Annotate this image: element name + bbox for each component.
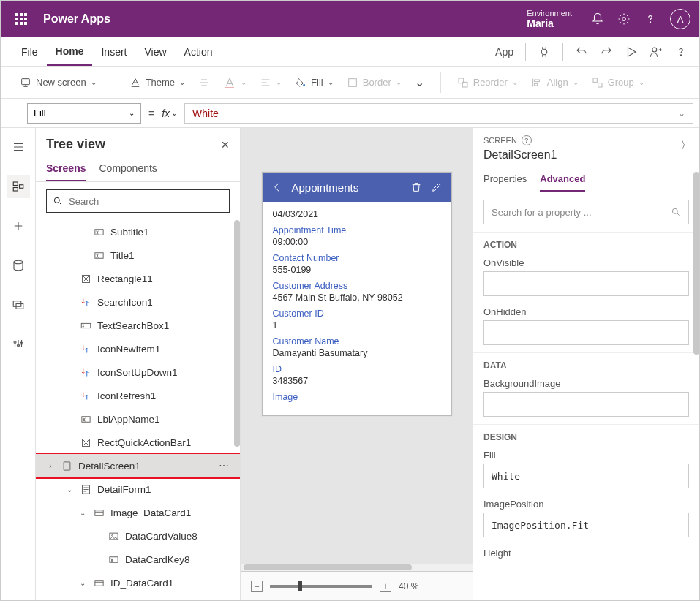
more-icon[interactable]: ⋯ [219,460,230,472]
property-dropdown[interactable]: Fill⌄ [27,103,141,124]
expand-ribbon-button[interactable]: ⌄ [410,72,429,92]
redo-icon[interactable] [600,45,613,58]
fill-button[interactable]: Fill⌄ [290,74,338,91]
avatar[interactable]: A [670,9,690,29]
media-icon[interactable] [7,293,30,317]
svg-rect-35 [94,510,102,515]
environment-switcher[interactable]: Environment Maria [508,9,584,29]
phone-preview[interactable]: Appointments 04/03/2021 Appointment Time… [262,172,452,416]
expand-formula-icon[interactable]: ⌄ [678,108,685,118]
detail-value: 555-0199 [273,265,441,275]
tree-item-datacardvalue7[interactable]: DataCardValue7 [36,594,240,600]
new-screen-button[interactable]: New screen⌄ [15,74,101,91]
app-title: Power Apps [43,12,110,26]
tree-item-datacardkey8[interactable]: DataCardKey8 [36,548,240,571]
tree-item-label: LblAppName1 [97,414,160,425]
trash-icon[interactable] [410,181,422,193]
tree-item-rectquickactionbar1[interactable]: RectQuickActionBar1 [36,431,240,454]
border-button: Border⌄ [342,74,406,91]
app-checker-icon[interactable] [538,45,551,58]
tree-item-searchicon1[interactable]: SearchIcon1 [36,290,240,314]
horizontal-scrollbar[interactable] [241,564,473,571]
tree-item-label: DetailForm1 [97,484,151,495]
close-icon[interactable]: ✕ [221,139,230,151]
menu-action[interactable]: Action [176,37,222,66]
gear-icon[interactable] [617,12,631,26]
sort-icon [80,296,91,308]
fx-button[interactable]: fx⌄ [162,107,177,119]
tree-search-input[interactable] [69,196,223,207]
height-label: Height [483,548,689,559]
canvas-area: Appointments 04/03/2021 Appointment Time… [241,128,473,600]
help-icon[interactable] [644,12,657,26]
menu-app[interactable]: App [495,46,513,58]
property-search[interactable]: Search for a property ... [483,200,689,224]
align-button: ⌄ [255,74,286,91]
tree-item-iconsortupdown1[interactable]: IconSortUpDown1 [36,360,240,384]
tree-item-id_datacard1[interactable]: ⌄ID_DataCard1 [36,571,240,594]
zoom-slider[interactable] [270,585,372,588]
tools-icon[interactable] [7,333,30,356]
tree-item-rectangle11[interactable]: Rectangle11 [36,267,240,290]
edit-icon[interactable] [431,181,443,193]
scrollbar[interactable] [234,220,240,447]
zoom-in-button[interactable]: + [380,581,391,592]
group-button: Group⌄ [587,74,649,91]
phone-body: 04/03/2021 Appointment Time09:00:00Conta… [263,202,451,415]
share-icon[interactable] [650,45,663,58]
section-design: DESIGN [473,424,699,447]
chevron-right-icon[interactable]: 〉 [680,138,692,154]
undo-icon[interactable] [575,45,588,58]
tree-item-title1[interactable]: Title1 [36,243,240,267]
svg-rect-18 [13,188,18,192]
tree-item-detailform1[interactable]: ⌄DetailForm1 [36,477,240,501]
tree-item-subtitle1[interactable]: Subtitle1 [36,220,240,243]
backgroundimage-input[interactable] [483,392,689,417]
divider [525,43,526,61]
tree-item-datacardvalue8[interactable]: DataCardValue8 [36,524,240,548]
align-objects-button: Align⌄ [527,74,583,91]
menu-help-icon[interactable] [674,45,688,58]
play-icon[interactable] [625,45,638,58]
tree-item-textsearchbox1[interactable]: TextSearchBox1 [36,314,240,337]
tab-advanced[interactable]: Advanced [540,167,585,192]
imageposition-input[interactable]: ImagePosition.Fit [483,513,689,537]
tab-components[interactable]: Components [99,156,157,181]
tree-view-icon[interactable] [7,175,30,198]
tree-item-iconnewitem1[interactable]: IconNewItem1 [36,337,240,360]
tab-properties[interactable]: Properties [483,167,527,192]
tree-item-lblappname1[interactable]: LblAppName1 [36,407,240,431]
svg-point-4 [541,49,547,55]
label-icon [80,413,91,425]
onvisible-input[interactable] [483,271,689,296]
insert-icon[interactable] [7,214,30,238]
hamburger-icon[interactable] [7,135,30,159]
svg-rect-16 [598,83,601,86]
onhidden-input[interactable] [483,320,689,345]
svg-rect-10 [348,78,356,86]
svg-rect-13 [534,80,539,82]
form-icon [80,483,91,495]
menu-view[interactable]: View [135,37,175,66]
tree-item-label: IconNewItem1 [97,344,160,355]
formula-input[interactable]: White ⌄ [184,103,693,124]
help-icon[interactable]: ? [522,135,532,145]
menu-insert[interactable]: Insert [92,37,135,66]
tree-search[interactable] [46,189,230,213]
bell-icon[interactable] [591,12,604,26]
svg-rect-17 [13,182,18,186]
waffle-icon[interactable] [10,7,33,31]
tree-item-detailscreen1[interactable]: ›DetailScreen1⋯ [36,454,240,477]
tree-item-iconrefresh1[interactable]: IconRefresh1 [36,384,240,407]
tab-screens[interactable]: Screens [46,156,86,181]
zoom-out-button[interactable]: − [251,581,263,592]
fill-input[interactable]: White [483,464,689,488]
back-icon[interactable] [271,181,283,193]
menu-file[interactable]: File [12,37,47,66]
scrollbar[interactable] [693,172,699,355]
tree-item-image_datacard1[interactable]: ⌄Image_DataCard1 [36,501,240,524]
menu-home[interactable]: Home [47,37,93,66]
data-icon[interactable] [7,254,30,277]
theme-button[interactable]: Theme⌄ [125,74,189,91]
tree-item-label: Subtitle1 [110,227,149,238]
